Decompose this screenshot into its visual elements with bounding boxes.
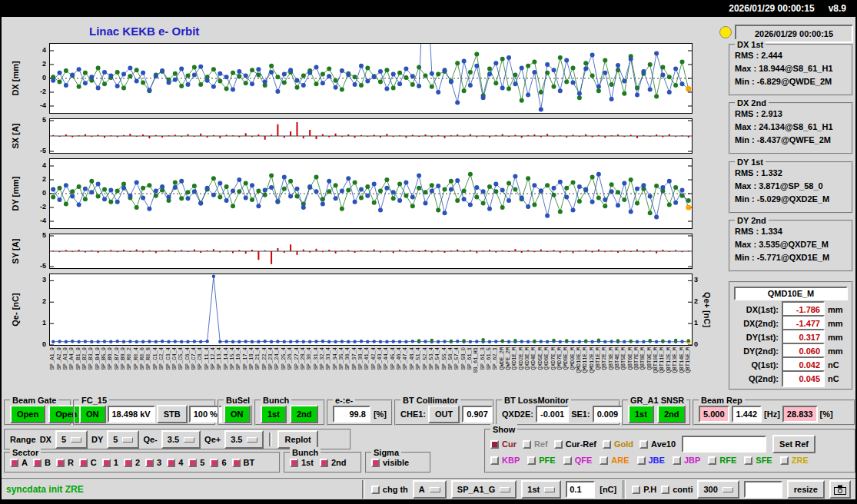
range-qe-minus-select[interactable]: 3.5 <box>161 430 201 449</box>
gr-a1-1st-button[interactable]: 1st <box>628 405 654 423</box>
bunch-1st-button[interactable]: 1st <box>261 405 287 423</box>
monitor-select[interactable]: SP_A1_G <box>451 480 517 499</box>
sector-b-checkbox[interactable]: B <box>33 458 51 467</box>
show-cur-checkbox[interactable]: Cur <box>490 439 517 449</box>
show-jbp-checkbox[interactable]: JBP <box>673 456 700 465</box>
checkbox-indicator[interactable] <box>232 459 241 467</box>
checkbox-indicator[interactable] <box>371 459 380 467</box>
chg-th-label: chg th <box>383 485 408 494</box>
bunch-2nd-checkbox[interactable]: 2nd <box>320 458 347 467</box>
sector-a-checkbox[interactable]: A <box>10 458 28 467</box>
interval-select[interactable]: 300 <box>697 480 739 499</box>
count-input[interactable] <box>744 481 782 498</box>
checkbox-indicator[interactable] <box>490 456 499 465</box>
show-are-checkbox[interactable]: ARE <box>600 456 629 465</box>
show-rfe-checkbox[interactable]: RFE <box>708 456 736 465</box>
sector-5-checkbox[interactable]: 5 <box>188 458 204 467</box>
chg-th-checkbox[interactable]: chg th <box>371 485 408 494</box>
checkbox-indicator[interactable] <box>320 459 328 467</box>
checkbox-indicator[interactable] <box>780 456 789 465</box>
show-cur-ref-checkbox[interactable]: Cur-Ref <box>554 439 596 449</box>
che1-out-button[interactable]: OUT <box>428 405 460 423</box>
checkbox-indicator[interactable] <box>708 456 716 465</box>
sector-3-checkbox[interactable]: 3 <box>145 458 161 467</box>
bunch-order-select[interactable]: 1st <box>521 480 561 499</box>
replot-button[interactable]: Replot <box>277 430 317 449</box>
show-zre-checkbox[interactable]: ZRE <box>780 456 809 465</box>
checkbox-indicator[interactable] <box>56 459 65 467</box>
sector-bt-label: BT <box>244 458 255 467</box>
qe-plot[interactable] <box>49 274 693 346</box>
bunch-2nd-button[interactable]: 2nd <box>290 405 319 423</box>
ref-file-input[interactable] <box>682 436 766 453</box>
screenshot-button[interactable] <box>829 480 851 499</box>
bunch-select-frame: Bunch 1st2nd <box>284 452 362 473</box>
checkbox-indicator[interactable] <box>145 459 154 467</box>
checkbox-indicator[interactable] <box>79 459 88 467</box>
checkbox-indicator[interactable] <box>632 486 640 494</box>
checkbox-indicator[interactable] <box>744 456 752 465</box>
sx-plot[interactable] <box>49 118 693 154</box>
conti-checkbox[interactable]: conti <box>661 485 693 494</box>
show-sfe-checkbox[interactable]: SFE <box>744 456 772 465</box>
checkbox-indicator[interactable] <box>210 459 218 467</box>
range-qe-plus-select[interactable]: 3.5 <box>224 430 264 449</box>
checkbox-indicator[interactable] <box>371 486 380 494</box>
sector-2-checkbox[interactable]: 2 <box>124 458 140 467</box>
checkbox-indicator[interactable] <box>10 459 18 467</box>
checkbox-indicator[interactable] <box>188 459 197 467</box>
show-qfe-checkbox[interactable]: QFE <box>563 456 593 465</box>
show-pfe-checkbox[interactable]: PFE <box>527 456 555 465</box>
checkbox-indicator[interactable] <box>527 456 536 465</box>
sy-plot[interactable] <box>49 234 693 269</box>
checkbox-indicator[interactable] <box>603 440 611 449</box>
show-ref-checkbox[interactable]: Ref <box>523 439 548 449</box>
show-gold-checkbox[interactable]: Gold <box>603 439 633 449</box>
fc15-on-button[interactable]: ON <box>79 405 106 423</box>
sector-4-checkbox[interactable]: 4 <box>167 458 183 467</box>
bpm-name-label: SP_25_4 <box>281 347 287 370</box>
range-dx-select[interactable]: 5 <box>55 430 88 449</box>
checkbox-indicator[interactable] <box>124 459 132 467</box>
gr-a1-2nd-button[interactable]: 2nd <box>657 405 686 423</box>
checkbox-indicator[interactable] <box>290 459 298 467</box>
checkbox-indicator[interactable] <box>554 440 563 449</box>
checkbox-indicator[interactable] <box>490 440 499 449</box>
set-ref-button[interactable]: Set Ref <box>772 435 815 453</box>
show-ave10-checkbox[interactable]: Ave10 <box>639 439 676 449</box>
show-jbe-checkbox[interactable]: JBE <box>637 456 665 465</box>
checkbox-indicator[interactable] <box>563 456 572 465</box>
sector-6-checkbox[interactable]: 6 <box>210 458 226 467</box>
show-jbe-label: JBE <box>649 456 665 465</box>
sector-bt-checkbox[interactable]: BT <box>232 458 255 467</box>
checkbox-indicator[interactable] <box>637 456 646 465</box>
busel-on-button[interactable]: ON <box>224 405 251 423</box>
sector-c-checkbox[interactable]: C <box>79 458 97 467</box>
beam-gate-open-button-1[interactable]: Open <box>10 405 45 423</box>
threshold-input[interactable] <box>566 481 595 498</box>
sector-r-checkbox[interactable]: R <box>56 458 74 467</box>
checkbox-indicator[interactable] <box>639 440 648 449</box>
checkbox-indicator[interactable] <box>661 486 669 494</box>
range-label: Range <box>10 435 36 444</box>
ph-checkbox[interactable]: P.H <box>632 485 656 494</box>
selected-magnet-frame: QMD10E_M DX(1st): -1.786 mm DX(2nd): -1.… <box>729 281 853 390</box>
checkbox-indicator[interactable] <box>167 459 175 467</box>
checkbox-indicator[interactable] <box>600 456 608 465</box>
fc15-stb-button[interactable]: STB <box>157 405 188 423</box>
qe-right-ytick-label: 2 <box>694 297 711 305</box>
sector-1-checkbox[interactable]: 1 <box>102 458 118 467</box>
bunch-1st-checkbox[interactable]: 1st <box>290 458 314 467</box>
checkbox-indicator[interactable] <box>102 459 111 467</box>
sigma-visible-checkbox[interactable]: visible <box>371 458 409 467</box>
checkbox-indicator[interactable] <box>33 459 42 467</box>
checkbox-indicator[interactable] <box>523 440 531 449</box>
range-dy-select[interactable]: 5 <box>107 430 139 449</box>
dx-plot[interactable] <box>49 43 693 114</box>
resize-button[interactable]: resize <box>787 480 825 499</box>
dy-plot[interactable] <box>49 158 693 229</box>
checkbox-indicator[interactable] <box>673 456 681 465</box>
show-kbp-checkbox[interactable]: KBP <box>490 456 520 465</box>
sector-select[interactable]: A <box>413 480 447 499</box>
divider <box>362 480 365 499</box>
